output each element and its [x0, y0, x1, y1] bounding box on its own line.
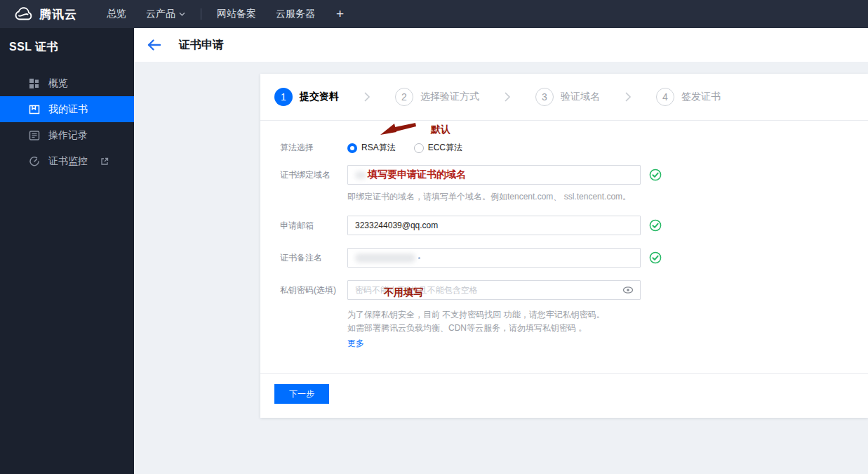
external-link-icon [100, 157, 109, 166]
chevron-right-icon [363, 92, 371, 102]
certificate-application-card: 1 提交资料 2 选择验证方式 3 验证域名 4 签发证书 [260, 74, 868, 418]
domain-input[interactable]: 填写要申请证书的域名 [347, 165, 641, 185]
sidebar-menu: 概览 我的证书 操作记录 [0, 70, 134, 174]
step-2-choose-validation: 2 选择验证方式 [395, 88, 479, 106]
chevron-down-icon [179, 12, 185, 16]
cloud-logo-icon [14, 7, 33, 21]
top-navigation-bar: 腾讯云 总览 云产品 网站备案 云服务器 + [0, 0, 868, 28]
success-check-icon [649, 251, 662, 264]
radio-selected-icon [347, 143, 357, 153]
redacted-value-smudge [355, 254, 415, 263]
sidebar-title: SSL 证书 [0, 28, 134, 55]
password-label: 私钥密码(选填) [280, 285, 336, 295]
sidebar-item-label: 我的证书 [48, 103, 88, 116]
next-step-button[interactable]: 下一步 [274, 384, 329, 404]
domain-annotation-text: 填写要申请证书的域名 [368, 169, 466, 181]
domain-label: 证书绑定域名 [280, 170, 330, 180]
radio-unselected-icon [414, 143, 424, 153]
sidebar-item-overview[interactable]: 概览 [0, 70, 134, 96]
step-label: 验证域名 [561, 91, 600, 103]
nav-item-website-icp[interactable]: 网站备案 [207, 0, 266, 28]
sidebar-item-operation-records[interactable]: 操作记录 [0, 122, 134, 148]
grid-icon [29, 77, 41, 89]
nav-item-overview[interactable]: 总览 [97, 0, 136, 28]
more-link[interactable]: 更多 [347, 338, 364, 350]
certificate-icon [29, 103, 41, 115]
records-icon [29, 129, 41, 141]
password-input[interactable] [347, 280, 641, 300]
chevron-right-icon [624, 92, 632, 102]
tencent-cloud-logo[interactable]: 腾讯云 [0, 6, 77, 22]
annotation-arrow-icon [380, 121, 418, 138]
success-check-icon [649, 169, 662, 181]
back-arrow-button[interactable] [147, 37, 162, 53]
radio-label: RSA算法 [361, 142, 396, 154]
email-label: 申请邮箱 [280, 220, 314, 230]
remark-input[interactable] [347, 248, 641, 268]
password-input-wrap [347, 280, 641, 300]
redacted-dot [418, 257, 420, 259]
sidebar-item-label: 操作记录 [48, 129, 88, 142]
annotation-default-text: 默认 [431, 124, 450, 136]
algorithm-label: 算法选择 [280, 143, 314, 152]
algorithm-radio-group: RSA算法 ECC算法 [347, 142, 462, 154]
nav-divider [201, 8, 201, 20]
sidebar-item-certificate-monitor[interactable]: 证书监控 [0, 148, 134, 174]
email-input[interactable] [347, 216, 641, 235]
step-number: 1 [274, 88, 293, 106]
sidebar-item-my-certificates[interactable]: 我的证书 [0, 96, 134, 122]
step-1-submit-info: 1 提交资料 [274, 88, 339, 106]
step-3-verify-domain: 3 验证域名 [535, 88, 600, 106]
success-check-icon [649, 219, 662, 232]
sidebar-item-label: 证书监控 [48, 155, 88, 168]
step-4-issue-certificate: 4 签发证书 [656, 88, 721, 106]
password-help-line1: 为了保障私钥安全，目前 不支持密码找回 功能，请您牢记私钥密码。 [347, 308, 605, 322]
nav-add-button[interactable]: + [325, 0, 355, 28]
step-label: 提交资料 [300, 91, 339, 103]
card-divider [260, 373, 868, 374]
step-label: 签发证书 [681, 91, 721, 103]
radio-ecc-algorithm[interactable]: ECC算法 [414, 142, 462, 154]
password-help-line2: 如需部署腾讯云负载均衡、CDN等云服务，请勿填写私钥密码 。 [347, 322, 587, 335]
arrow-left-icon [147, 39, 162, 51]
radio-rsa-algorithm[interactable]: RSA算法 [347, 142, 396, 154]
page-title: 证书申请 [179, 38, 224, 53]
top-nav-menu: 总览 云产品 网站备案 云服务器 + [97, 0, 355, 28]
chevron-right-icon [503, 92, 512, 102]
nav-item-cloud-products[interactable]: 云产品 [136, 0, 195, 28]
nav-item-cloud-server[interactable]: 云服务器 [266, 0, 325, 28]
remark-label: 证书备注名 [280, 253, 322, 263]
radio-label: ECC算法 [428, 142, 462, 154]
main-content: 1 提交资料 2 选择验证方式 3 验证域名 4 签发证书 [134, 62, 868, 474]
step-number: 3 [535, 88, 554, 106]
redacted-smudge [355, 171, 366, 179]
brand-name: 腾讯云 [39, 6, 77, 22]
step-progress-bar: 1 提交资料 2 选择验证方式 3 验证域名 4 签发证书 [260, 74, 868, 121]
monitor-gauge-icon [29, 155, 41, 167]
eye-toggle-icon[interactable] [622, 284, 634, 296]
sidebar-item-label: 概览 [48, 77, 68, 90]
page-header: 证书申请 [134, 28, 868, 62]
step-number: 2 [395, 88, 413, 106]
domain-help-text: 即绑定证书的域名，请填写单个域名。例如tencent.com、 ssl.tenc… [347, 190, 631, 204]
step-number: 4 [656, 88, 674, 106]
sidebar: SSL 证书 概览 我的证书 [0, 28, 134, 474]
step-label: 选择验证方式 [420, 91, 479, 103]
